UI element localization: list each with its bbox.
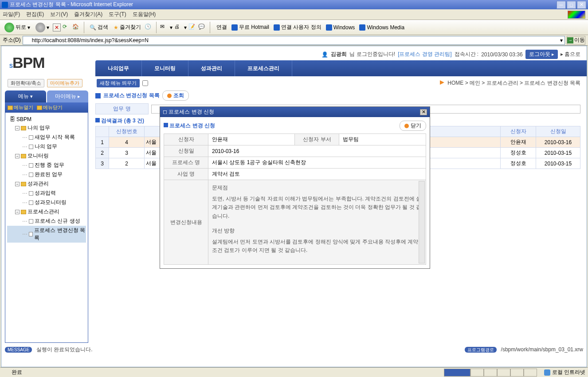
separator: [210, 22, 210, 33]
link-windows-media[interactable]: Windows Media: [359, 24, 404, 31]
folder-icon: [21, 154, 26, 158]
maximize-button[interactable]: □: [567, 1, 576, 9]
tree-leaf[interactable]: ⋯ 새업무 시작 목록: [7, 133, 86, 142]
go-button[interactable]: → 이동: [567, 36, 585, 45]
tree-folder[interactable]: − 성과관리: [7, 179, 86, 188]
tree-leaf[interactable]: ⋯ 프로세스 변경신청 목록: [7, 226, 86, 243]
doc-icon: [29, 173, 33, 177]
value-date: 2010-03-16: [208, 145, 426, 157]
ie-link-icon: [359, 24, 365, 31]
nav-monitoring[interactable]: 모니터링: [142, 60, 188, 76]
link-windows[interactable]: Windows: [326, 24, 355, 31]
subline: 화면확대/축소 마이메뉴추가 새창 메뉴 띄우기 HOME > 메인 > 프로세…: [1, 76, 587, 90]
tree-leaf[interactable]: ⋯ 성과모니터링: [7, 198, 86, 207]
mail-icon[interactable]: ✉: [160, 24, 168, 31]
doc-icon: [29, 232, 33, 236]
modal-process-change: ◻ 프로세스 변경 신청 ✕ 프로세스 변경 신청 닫기 신청자 안윤재 신청자…: [160, 106, 430, 269]
scrollbar[interactable]: [419, 181, 425, 263]
address-bar: 주소(D) http://localhost:8088/mis/index.js…: [0, 35, 588, 46]
separator: [84, 22, 84, 33]
section-title: 프로세스 변경신청 목록 조회: [95, 90, 580, 101]
close-button[interactable]: ✕: [577, 1, 586, 9]
path-tag: 프로그램경로: [465, 347, 497, 353]
sidebar: 메뉴 ▾ 마이메뉴 ▸ 메뉴열기 메뉴닫기 🗄SBPM − 나의 업무⋯ 새업무…: [5, 90, 88, 340]
doc-icon: [29, 191, 33, 196]
tree-leaf[interactable]: ⋯ 완료된 업무: [7, 170, 86, 179]
collapse-all[interactable]: 메뉴닫기: [37, 104, 63, 111]
tree-folder[interactable]: − 나의 업무: [7, 123, 86, 133]
ie-icon: [3, 369, 9, 376]
nav-mywork[interactable]: 나의업무: [95, 60, 142, 76]
address-input[interactable]: http://localhost:8088/mis/index.jsp?&ses…: [23, 36, 565, 45]
edit-icon[interactable]: 📝: [188, 24, 196, 31]
forward-icon: [35, 23, 45, 32]
modal-close-btn[interactable]: 닫기: [400, 121, 426, 131]
path-text: /sbpm/work/main/sbpm_03_01.xrw: [501, 346, 583, 353]
forward-button[interactable]: ▾: [34, 22, 51, 33]
logout-button[interactable]: 로그아웃 ▸: [525, 50, 558, 59]
tree-root[interactable]: 🗄SBPM: [7, 115, 86, 123]
expand-all[interactable]: 메뉴열기: [8, 104, 33, 111]
link-hotmail[interactable]: 무료 Hotmail: [231, 24, 269, 31]
popup-checkbox[interactable]: [142, 80, 148, 86]
user-role: [프로세스 경영 관리팀]: [398, 51, 451, 58]
search-button[interactable]: 조회: [162, 90, 189, 101]
link-customize[interactable]: 연결 사용자 정의: [274, 24, 321, 31]
page-title: 프로세스 변경신청 목록: [103, 92, 160, 99]
discuss-icon[interactable]: 💬: [198, 24, 206, 31]
modal-close-button[interactable]: ✕: [420, 109, 427, 115]
stop-button[interactable]: ✕: [53, 24, 61, 31]
toolbar: 뒤로 ▾ ▾ ✕ ⟳ 🏠 🔍 검색 ★ 즐겨찾기 🕓 ✉▾ 🖨▾ 📝 💬 연결 …: [0, 20, 588, 35]
home-link[interactable]: ▸ 홈으로: [561, 51, 580, 58]
favorites-label: 즐겨찾기: [120, 24, 141, 31]
home-icon[interactable]: 🏠: [72, 24, 80, 31]
menu-help[interactable]: 도움말(H): [133, 11, 156, 18]
favorites-button[interactable]: ★ 즐겨찾기: [112, 23, 143, 32]
minimize-button[interactable]: ─: [557, 1, 566, 9]
conn-label: 접속시간 :: [455, 51, 479, 58]
menu-edit[interactable]: 편집(E): [26, 11, 44, 18]
col-date: 신청일: [536, 126, 580, 137]
db-icon: 🗄: [10, 116, 15, 122]
tree-leaf[interactable]: ⋯ 프로세스 신규 생성: [7, 216, 86, 226]
value-business: 계약서 검토: [208, 169, 426, 180]
popup-menu-button[interactable]: 새창 메뉴 띄우기: [97, 79, 140, 87]
sidebar-tab-mymenu[interactable]: 마이메뉴 ▸: [47, 90, 88, 102]
ie-icon: [25, 38, 30, 43]
section-arrow-icon: [95, 93, 101, 98]
minus-icon: −: [15, 182, 20, 186]
tree-folder[interactable]: − 모니터링: [7, 151, 86, 161]
modal-form: 신청자 안윤재 신청자 부서 법무팀 신청일 2010-03-16 프로세스 명…: [164, 134, 426, 265]
tree-leaf[interactable]: ⋯ 진행 중 업무: [7, 161, 86, 170]
search-label: 검색: [98, 24, 108, 31]
refresh-icon[interactable]: ⟳: [63, 24, 71, 31]
folder-icon: [21, 126, 26, 130]
menu-file[interactable]: 파일(F): [3, 11, 20, 18]
filter-label: 업무 명: [95, 103, 149, 114]
user-suffix: 님 로그인중입니다!: [349, 51, 395, 58]
nav-performance[interactable]: 성과관리: [188, 60, 235, 76]
ie-link-icon: [231, 24, 238, 31]
minus-icon: −: [15, 154, 20, 158]
history-icon[interactable]: 🕓: [145, 24, 153, 31]
menu-favorites[interactable]: 즐겨찾기(A): [74, 11, 102, 18]
url-text: http://localhost:8088/mis/index.jsp?&ses…: [32, 37, 149, 43]
search-button[interactable]: 🔍 검색: [88, 23, 110, 32]
nav-process[interactable]: 프로세스관리: [235, 60, 292, 76]
tree-folder[interactable]: − 프로세스관리: [7, 207, 86, 216]
doc-icon: [29, 135, 33, 140]
content-textarea[interactable]: 문제점 도면, 시방서 등 기술적 자료의 이해가 법무팀에서는 부족합니다. …: [208, 180, 426, 264]
header-userinfo: 👤 김광희 님 로그인중입니다! [프로세스 경영 관리팀] 접속시간 : 20…: [321, 50, 580, 59]
menu-tools[interactable]: 도구(T): [109, 11, 126, 18]
print-icon[interactable]: 🖨: [174, 24, 182, 31]
tree-leaf[interactable]: ⋯ 성과입력: [7, 188, 86, 198]
back-button[interactable]: 뒤로 ▾: [3, 22, 32, 33]
menu-view[interactable]: 보기(V): [50, 11, 68, 18]
zoom-button[interactable]: 화면확대/축소: [8, 79, 44, 87]
app-header: SBPM 👤 김광희 님 로그인중입니다! [프로세스 경영 관리팀] 접속시간…: [1, 46, 587, 76]
top-nav: 나의업무 모니터링 성과관리 프로세스관리: [95, 60, 587, 76]
tree-leaf[interactable]: ⋯ 나의 업무: [7, 142, 86, 151]
mymenu-add-button[interactable]: 마이메뉴추가: [47, 79, 82, 87]
statusbar: 완료 로컬 인트라넷: [0, 367, 588, 377]
sidebar-tab-menu[interactable]: 메뉴 ▾: [5, 90, 46, 102]
